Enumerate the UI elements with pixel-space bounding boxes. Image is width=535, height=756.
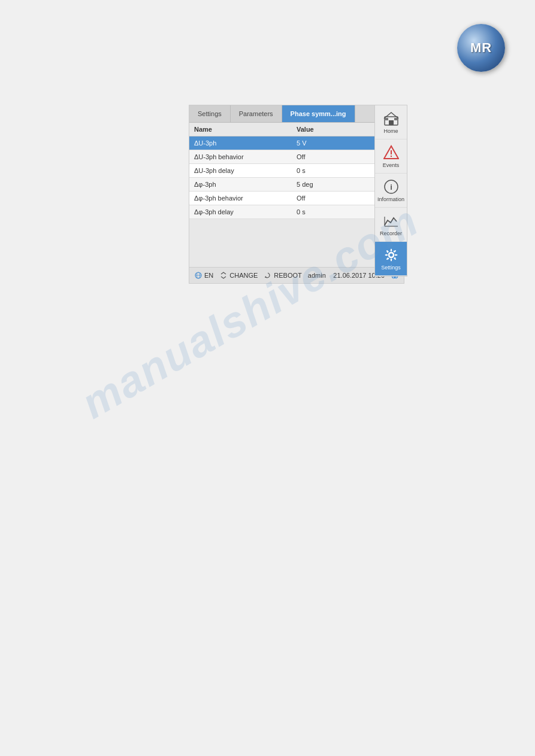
language-label: EN	[204, 272, 213, 279]
mr-logo: MR	[457, 24, 505, 72]
language-button[interactable]: EN	[194, 271, 213, 280]
sidebar-item-home[interactable]: Home	[375, 105, 407, 139]
row-name-4: Δφ-3ph behavior	[194, 195, 297, 202]
row-name-0: ΔU-3ph	[194, 139, 297, 147]
reboot-button[interactable]: REBOOT	[264, 271, 301, 280]
row-name-3: Δφ-3ph	[194, 181, 297, 188]
row-name-2: ΔU-3ph delay	[194, 167, 297, 174]
status-bar: EN CHANGE REBOOT admin 21.06.2017 10:20	[189, 267, 404, 283]
row-name-5: Δφ-3ph delay	[194, 208, 297, 215]
table-row[interactable]: ΔU-3ph delay 0 s	[189, 164, 404, 178]
svg-text:i: i	[390, 183, 392, 192]
tab-bar: Settings Parameters Phase symm...ing	[189, 105, 404, 123]
globe-icon	[194, 271, 202, 280]
sidebar-item-events[interactable]: Events	[375, 139, 407, 174]
table-body: ΔU-3ph 5 V ΔU-3ph behavior Off ΔU-3ph de…	[189, 136, 404, 219]
col-header-name: Name	[194, 126, 297, 133]
table-row[interactable]: Δφ-3ph delay 0 s	[189, 205, 404, 219]
empty-area	[189, 219, 404, 267]
table-row[interactable]: Δφ-3ph 5 deg	[189, 178, 404, 192]
user-label: admin	[308, 272, 326, 279]
main-panel: Settings Parameters Phase symm...ing Nam…	[189, 105, 404, 284]
events-icon	[383, 144, 400, 161]
sidebar-item-settings[interactable]: Settings	[375, 242, 407, 276]
recorder-label: Recorder	[380, 230, 402, 236]
events-label: Events	[383, 162, 400, 168]
home-icon	[383, 110, 400, 127]
logo-text: MR	[470, 40, 492, 56]
svg-point-19	[389, 253, 394, 257]
svg-rect-10	[394, 118, 397, 120]
svg-rect-9	[385, 118, 388, 120]
table-row[interactable]: ΔU-3ph 5 V	[189, 136, 404, 150]
tab-phase-symm[interactable]: Phase symm...ing	[282, 105, 355, 122]
svg-marker-3	[265, 276, 267, 278]
table-row[interactable]: ΔU-3ph behavior Off	[189, 150, 404, 164]
sidebar-item-recorder[interactable]: Recorder	[375, 208, 407, 242]
row-name-1: ΔU-3ph behavior	[194, 153, 297, 160]
reboot-label: REBOOT	[274, 272, 301, 279]
sidebar: Home Events i Information	[374, 105, 407, 277]
change-button[interactable]: CHANGE	[219, 271, 258, 280]
tab-parameters[interactable]: Parameters	[231, 105, 282, 122]
settings-label: Settings	[381, 265, 401, 271]
change-icon	[219, 271, 228, 280]
home-label: Home	[383, 128, 398, 134]
information-label: Information	[377, 196, 404, 202]
sidebar-item-information[interactable]: i Information	[375, 174, 407, 208]
table-row[interactable]: Δφ-3ph behavior Off	[189, 192, 404, 205]
svg-rect-8	[389, 120, 394, 125]
table-header: Name Value	[189, 123, 404, 136]
reboot-icon	[264, 271, 272, 280]
settings-icon	[383, 247, 400, 263]
change-label: CHANGE	[229, 272, 258, 279]
svg-point-13	[390, 156, 391, 157]
recorder-icon	[383, 212, 400, 229]
tab-settings[interactable]: Settings	[189, 105, 231, 122]
information-icon: i	[383, 178, 400, 195]
